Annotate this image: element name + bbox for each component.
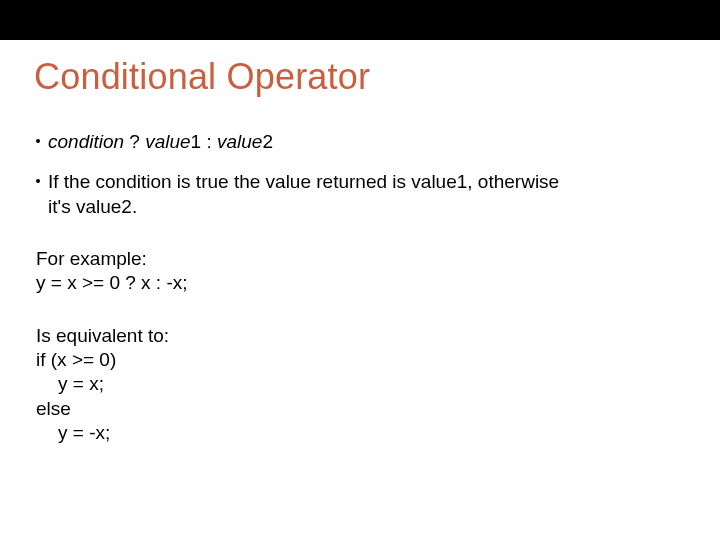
syntax-one: 1 :: [191, 131, 217, 152]
slide-title: Conditional Operator: [34, 56, 370, 98]
explain-line2: it's value2.: [48, 195, 680, 219]
equiv-line-2: else: [36, 397, 680, 421]
spacer: [36, 154, 680, 170]
content-area: condition ? value1 : value2 If the condi…: [36, 130, 680, 445]
spacer: [36, 296, 680, 324]
bullet-dot-icon: [36, 179, 40, 183]
equiv-line-3: y = -x;: [36, 421, 680, 445]
bullet-explain: If the condition is true the value retur…: [36, 170, 680, 194]
equiv-intro: Is equivalent to:: [36, 324, 680, 348]
syntax-mid: ?: [124, 131, 145, 152]
syntax-condition: condition: [48, 131, 124, 152]
spacer: [36, 219, 680, 247]
syntax-value1-word: value: [145, 131, 190, 152]
equiv-line-0: if (x >= 0): [36, 348, 680, 372]
top-band: [0, 0, 720, 40]
bullet-syntax-body: condition ? value1 : value2: [48, 130, 680, 154]
equiv-line-1: y = x;: [36, 372, 680, 396]
explain-line1: If the condition is true the value retur…: [48, 171, 559, 192]
bullet-explain-body: If the condition is true the value retur…: [48, 170, 680, 194]
bullet-syntax: condition ? value1 : value2: [36, 130, 680, 154]
example-code: y = x >= 0 ? x : -x;: [36, 271, 680, 295]
example-intro: For example:: [36, 247, 680, 271]
slide: Conditional Operator condition ? value1 …: [0, 0, 720, 540]
syntax-two: 2: [262, 131, 273, 152]
bullet-dot-icon: [36, 139, 40, 143]
syntax-value2-word: value: [217, 131, 262, 152]
